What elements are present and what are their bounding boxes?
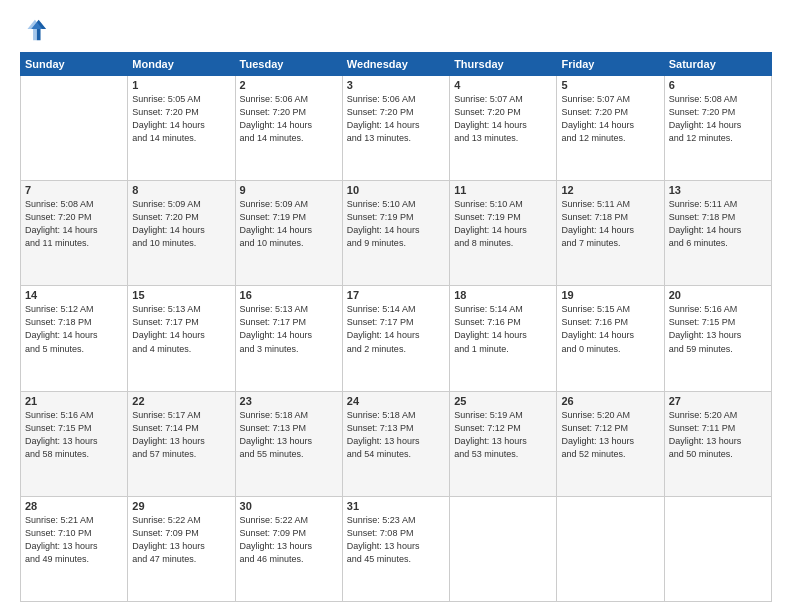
day-info: Sunrise: 5:19 AM Sunset: 7:12 PM Dayligh… xyxy=(454,409,552,461)
day-info: Sunrise: 5:22 AM Sunset: 7:09 PM Dayligh… xyxy=(240,514,338,566)
day-number: 23 xyxy=(240,395,338,407)
day-info: Sunrise: 5:18 AM Sunset: 7:13 PM Dayligh… xyxy=(240,409,338,461)
calendar-cell: 7Sunrise: 5:08 AM Sunset: 7:20 PM Daylig… xyxy=(21,181,128,286)
day-number: 16 xyxy=(240,289,338,301)
day-number: 3 xyxy=(347,79,445,91)
header xyxy=(20,16,772,44)
calendar-cell xyxy=(557,496,664,601)
day-info: Sunrise: 5:17 AM Sunset: 7:14 PM Dayligh… xyxy=(132,409,230,461)
calendar-table: SundayMondayTuesdayWednesdayThursdayFrid… xyxy=(20,52,772,602)
day-info: Sunrise: 5:18 AM Sunset: 7:13 PM Dayligh… xyxy=(347,409,445,461)
day-info: Sunrise: 5:06 AM Sunset: 7:20 PM Dayligh… xyxy=(347,93,445,145)
calendar-week-row: 1Sunrise: 5:05 AM Sunset: 7:20 PM Daylig… xyxy=(21,76,772,181)
day-info: Sunrise: 5:22 AM Sunset: 7:09 PM Dayligh… xyxy=(132,514,230,566)
calendar-cell: 4Sunrise: 5:07 AM Sunset: 7:20 PM Daylig… xyxy=(450,76,557,181)
day-number: 29 xyxy=(132,500,230,512)
day-number: 21 xyxy=(25,395,123,407)
calendar-week-row: 21Sunrise: 5:16 AM Sunset: 7:15 PM Dayli… xyxy=(21,391,772,496)
day-info: Sunrise: 5:09 AM Sunset: 7:19 PM Dayligh… xyxy=(240,198,338,250)
calendar-cell: 8Sunrise: 5:09 AM Sunset: 7:20 PM Daylig… xyxy=(128,181,235,286)
day-info: Sunrise: 5:14 AM Sunset: 7:16 PM Dayligh… xyxy=(454,303,552,355)
calendar-cell: 22Sunrise: 5:17 AM Sunset: 7:14 PM Dayli… xyxy=(128,391,235,496)
calendar-header-thursday: Thursday xyxy=(450,53,557,76)
day-info: Sunrise: 5:16 AM Sunset: 7:15 PM Dayligh… xyxy=(25,409,123,461)
calendar-cell: 30Sunrise: 5:22 AM Sunset: 7:09 PM Dayli… xyxy=(235,496,342,601)
calendar-cell: 18Sunrise: 5:14 AM Sunset: 7:16 PM Dayli… xyxy=(450,286,557,391)
calendar-week-row: 14Sunrise: 5:12 AM Sunset: 7:18 PM Dayli… xyxy=(21,286,772,391)
calendar-header-saturday: Saturday xyxy=(664,53,771,76)
day-info: Sunrise: 5:16 AM Sunset: 7:15 PM Dayligh… xyxy=(669,303,767,355)
logo xyxy=(20,16,52,44)
day-number: 6 xyxy=(669,79,767,91)
day-number: 15 xyxy=(132,289,230,301)
calendar-cell: 3Sunrise: 5:06 AM Sunset: 7:20 PM Daylig… xyxy=(342,76,449,181)
day-number: 13 xyxy=(669,184,767,196)
calendar-cell: 24Sunrise: 5:18 AM Sunset: 7:13 PM Dayli… xyxy=(342,391,449,496)
day-number: 12 xyxy=(561,184,659,196)
calendar-cell: 26Sunrise: 5:20 AM Sunset: 7:12 PM Dayli… xyxy=(557,391,664,496)
day-info: Sunrise: 5:08 AM Sunset: 7:20 PM Dayligh… xyxy=(669,93,767,145)
day-info: Sunrise: 5:14 AM Sunset: 7:17 PM Dayligh… xyxy=(347,303,445,355)
calendar-header-monday: Monday xyxy=(128,53,235,76)
calendar-cell: 17Sunrise: 5:14 AM Sunset: 7:17 PM Dayli… xyxy=(342,286,449,391)
day-number: 8 xyxy=(132,184,230,196)
calendar-cell: 23Sunrise: 5:18 AM Sunset: 7:13 PM Dayli… xyxy=(235,391,342,496)
calendar-cell: 11Sunrise: 5:10 AM Sunset: 7:19 PM Dayli… xyxy=(450,181,557,286)
day-info: Sunrise: 5:08 AM Sunset: 7:20 PM Dayligh… xyxy=(25,198,123,250)
day-info: Sunrise: 5:05 AM Sunset: 7:20 PM Dayligh… xyxy=(132,93,230,145)
day-number: 5 xyxy=(561,79,659,91)
day-number: 14 xyxy=(25,289,123,301)
day-number: 4 xyxy=(454,79,552,91)
day-number: 20 xyxy=(669,289,767,301)
day-number: 22 xyxy=(132,395,230,407)
calendar-cell xyxy=(664,496,771,601)
calendar-cell: 9Sunrise: 5:09 AM Sunset: 7:19 PM Daylig… xyxy=(235,181,342,286)
calendar-header-row: SundayMondayTuesdayWednesdayThursdayFrid… xyxy=(21,53,772,76)
day-info: Sunrise: 5:06 AM Sunset: 7:20 PM Dayligh… xyxy=(240,93,338,145)
calendar-cell xyxy=(450,496,557,601)
calendar-header-sunday: Sunday xyxy=(21,53,128,76)
calendar-cell: 20Sunrise: 5:16 AM Sunset: 7:15 PM Dayli… xyxy=(664,286,771,391)
day-info: Sunrise: 5:23 AM Sunset: 7:08 PM Dayligh… xyxy=(347,514,445,566)
day-info: Sunrise: 5:10 AM Sunset: 7:19 PM Dayligh… xyxy=(454,198,552,250)
logo-icon xyxy=(20,16,48,44)
day-info: Sunrise: 5:12 AM Sunset: 7:18 PM Dayligh… xyxy=(25,303,123,355)
day-info: Sunrise: 5:20 AM Sunset: 7:12 PM Dayligh… xyxy=(561,409,659,461)
calendar-week-row: 7Sunrise: 5:08 AM Sunset: 7:20 PM Daylig… xyxy=(21,181,772,286)
day-number: 2 xyxy=(240,79,338,91)
day-number: 25 xyxy=(454,395,552,407)
day-number: 9 xyxy=(240,184,338,196)
calendar-header-tuesday: Tuesday xyxy=(235,53,342,76)
calendar-cell: 15Sunrise: 5:13 AM Sunset: 7:17 PM Dayli… xyxy=(128,286,235,391)
calendar-cell: 6Sunrise: 5:08 AM Sunset: 7:20 PM Daylig… xyxy=(664,76,771,181)
calendar-cell: 2Sunrise: 5:06 AM Sunset: 7:20 PM Daylig… xyxy=(235,76,342,181)
day-info: Sunrise: 5:09 AM Sunset: 7:20 PM Dayligh… xyxy=(132,198,230,250)
calendar-header-friday: Friday xyxy=(557,53,664,76)
day-number: 1 xyxy=(132,79,230,91)
day-number: 19 xyxy=(561,289,659,301)
calendar-cell: 25Sunrise: 5:19 AM Sunset: 7:12 PM Dayli… xyxy=(450,391,557,496)
day-info: Sunrise: 5:15 AM Sunset: 7:16 PM Dayligh… xyxy=(561,303,659,355)
day-info: Sunrise: 5:13 AM Sunset: 7:17 PM Dayligh… xyxy=(132,303,230,355)
day-number: 31 xyxy=(347,500,445,512)
day-info: Sunrise: 5:07 AM Sunset: 7:20 PM Dayligh… xyxy=(561,93,659,145)
calendar-cell: 29Sunrise: 5:22 AM Sunset: 7:09 PM Dayli… xyxy=(128,496,235,601)
day-info: Sunrise: 5:13 AM Sunset: 7:17 PM Dayligh… xyxy=(240,303,338,355)
calendar-cell: 16Sunrise: 5:13 AM Sunset: 7:17 PM Dayli… xyxy=(235,286,342,391)
calendar-week-row: 28Sunrise: 5:21 AM Sunset: 7:10 PM Dayli… xyxy=(21,496,772,601)
calendar-cell: 13Sunrise: 5:11 AM Sunset: 7:18 PM Dayli… xyxy=(664,181,771,286)
day-number: 10 xyxy=(347,184,445,196)
calendar-cell: 12Sunrise: 5:11 AM Sunset: 7:18 PM Dayli… xyxy=(557,181,664,286)
calendar-cell: 27Sunrise: 5:20 AM Sunset: 7:11 PM Dayli… xyxy=(664,391,771,496)
calendar-cell: 1Sunrise: 5:05 AM Sunset: 7:20 PM Daylig… xyxy=(128,76,235,181)
calendar-cell xyxy=(21,76,128,181)
day-number: 18 xyxy=(454,289,552,301)
day-info: Sunrise: 5:10 AM Sunset: 7:19 PM Dayligh… xyxy=(347,198,445,250)
calendar-cell: 19Sunrise: 5:15 AM Sunset: 7:16 PM Dayli… xyxy=(557,286,664,391)
calendar-header-wednesday: Wednesday xyxy=(342,53,449,76)
calendar-cell: 5Sunrise: 5:07 AM Sunset: 7:20 PM Daylig… xyxy=(557,76,664,181)
day-info: Sunrise: 5:20 AM Sunset: 7:11 PM Dayligh… xyxy=(669,409,767,461)
day-info: Sunrise: 5:11 AM Sunset: 7:18 PM Dayligh… xyxy=(669,198,767,250)
day-number: 27 xyxy=(669,395,767,407)
day-number: 26 xyxy=(561,395,659,407)
